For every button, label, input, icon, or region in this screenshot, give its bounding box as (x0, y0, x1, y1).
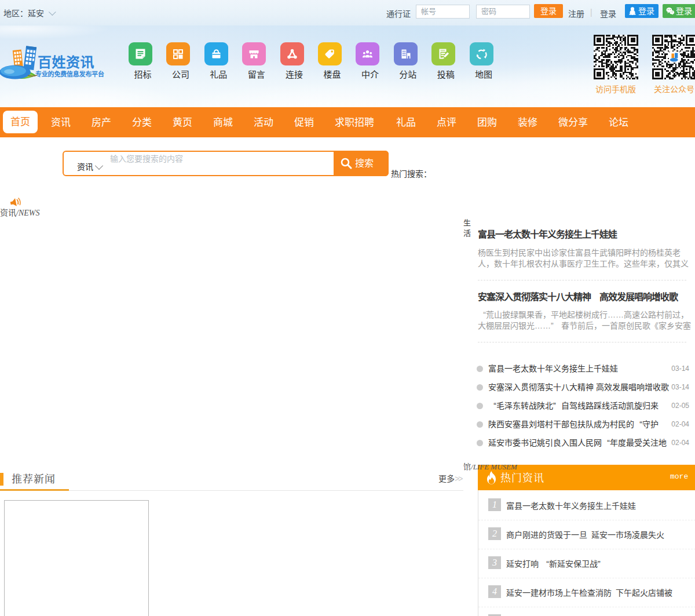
svg-text:专业的免费信息发布平台: 专业的免费信息发布平台 (35, 70, 104, 78)
svg-text:百姓资讯: 百姓资讯 (38, 54, 94, 70)
